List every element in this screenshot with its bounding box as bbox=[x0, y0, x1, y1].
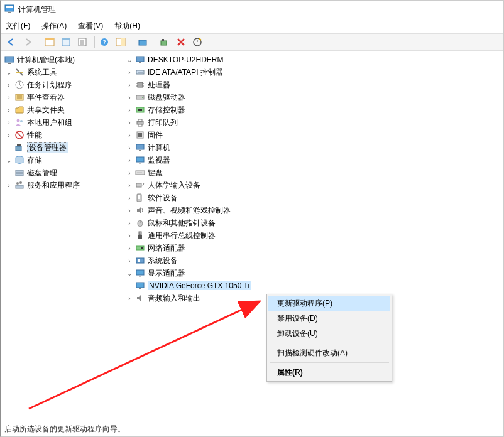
tree-storage-label[interactable]: 存储 bbox=[27, 155, 42, 166]
expand-toggle[interactable]: ⌄ bbox=[4, 68, 13, 77]
task-scheduler-icon bbox=[14, 80, 25, 90]
svg-rect-14 bbox=[121, 38, 125, 46]
expand-toggle[interactable]: › bbox=[125, 181, 134, 190]
expand-toggle[interactable]: › bbox=[125, 231, 134, 240]
device-storagectrl-label[interactable]: 存储控制器 bbox=[148, 105, 185, 116]
device-firmware-label[interactable]: 固件 bbox=[148, 130, 163, 141]
expand-toggle[interactable]: › bbox=[125, 193, 134, 202]
expand-toggle[interactable]: › bbox=[125, 168, 134, 177]
tree-systools-label[interactable]: 系统工具 bbox=[27, 67, 57, 78]
menu-help[interactable]: 帮助(H) bbox=[114, 21, 140, 31]
expand-toggle[interactable]: › bbox=[125, 80, 134, 89]
device-sound-label[interactable]: 声音、视频和游戏控制器 bbox=[148, 205, 231, 216]
properties-button[interactable] bbox=[59, 35, 73, 49]
expand-toggle[interactable]: › bbox=[4, 131, 13, 139]
show-hide-tree-button[interactable] bbox=[43, 35, 57, 49]
expand-toggle[interactable]: › bbox=[125, 206, 134, 215]
expand-toggle[interactable]: › bbox=[125, 118, 134, 127]
expand-toggle[interactable]: › bbox=[125, 131, 134, 139]
device-system-label[interactable]: 系统设备 bbox=[148, 256, 178, 266]
expand-toggle[interactable]: ⌄ bbox=[125, 55, 134, 64]
tree-services-label[interactable]: 服务和应用程序 bbox=[27, 180, 80, 191]
expand-toggle[interactable]: › bbox=[4, 118, 13, 127]
expand-toggle[interactable]: › bbox=[125, 68, 134, 77]
tree-diskmgmt-label[interactable]: 磁盘管理 bbox=[27, 168, 57, 178]
svg-rect-15 bbox=[139, 40, 146, 45]
status-bar: 启动所选设备的更新驱动程序向导。 bbox=[1, 421, 503, 436]
menu-view[interactable]: 查看(V) bbox=[78, 21, 103, 31]
system-tools-icon bbox=[14, 67, 25, 77]
device-hid-label[interactable]: 人体学输入设备 bbox=[148, 180, 200, 191]
expand-toggle[interactable]: › bbox=[125, 156, 134, 165]
export-button[interactable] bbox=[75, 35, 89, 49]
device-software-label[interactable]: 软件设备 bbox=[148, 193, 178, 203]
expand-toggle[interactable]: › bbox=[4, 80, 13, 89]
expand-toggle[interactable]: ⌄ bbox=[4, 156, 13, 165]
console-tree[interactable]: 计算机管理(本地) ⌄ 系统工具 › 任务计划程序 › 事件查看器 bbox=[2, 53, 119, 192]
device-monitors-label[interactable]: 监视器 bbox=[148, 155, 170, 166]
device-ide-label[interactable]: IDE ATA/ATAPI 控制器 bbox=[148, 67, 223, 78]
disable-button[interactable] bbox=[190, 35, 204, 49]
svg-rect-18 bbox=[162, 39, 164, 41]
svg-rect-56 bbox=[138, 119, 142, 121]
tree-tasksched-label[interactable]: 任务计划程序 bbox=[27, 80, 72, 90]
svg-rect-33 bbox=[16, 146, 21, 151]
software-device-icon bbox=[135, 193, 145, 203]
computer-management-window: 计算机管理 文件(F) 操作(A) 查看(V) 帮助(H) ? 计 bbox=[0, 0, 504, 437]
ctx-update-driver[interactable]: 更新驱动程序(P) bbox=[268, 296, 390, 311]
nav-forward-button[interactable] bbox=[21, 35, 35, 49]
update-driver-button[interactable] bbox=[136, 35, 150, 49]
menu-action[interactable]: 操作(A) bbox=[41, 21, 67, 31]
device-audio-label[interactable]: 音频输入和输出 bbox=[148, 293, 200, 304]
uninstall-button[interactable] bbox=[174, 35, 188, 49]
tree-eventviewer-label[interactable]: 事件查看器 bbox=[27, 92, 65, 103]
svg-rect-59 bbox=[138, 133, 142, 137]
scan-hardware-button[interactable] bbox=[158, 35, 172, 49]
expand-toggle[interactable]: › bbox=[125, 244, 134, 252]
svg-line-32 bbox=[16, 132, 23, 138]
device-network-label[interactable]: 网络适配器 bbox=[148, 243, 185, 254]
svg-rect-34 bbox=[17, 144, 19, 146]
expand-toggle[interactable]: › bbox=[125, 143, 134, 152]
menu-file[interactable]: 文件(F) bbox=[6, 21, 30, 31]
device-mouse-label[interactable]: 鼠标和其他指针设备 bbox=[148, 218, 216, 229]
performance-icon bbox=[14, 130, 25, 140]
expand-toggle[interactable]: › bbox=[125, 256, 134, 265]
expand-toggle[interactable]: › bbox=[125, 105, 134, 114]
menu-bar: 文件(F) 操作(A) 查看(V) 帮助(H) bbox=[1, 18, 503, 33]
keyboard-icon bbox=[135, 168, 145, 178]
tree-perf-label[interactable]: 性能 bbox=[27, 130, 42, 141]
device-tree[interactable]: ⌄ DESKTOP-U2HDERM ›IDE ATA/ATAPI 控制器 ›处理… bbox=[121, 51, 503, 307]
expand-toggle[interactable]: › bbox=[125, 294, 134, 303]
expand-toggle[interactable]: › bbox=[125, 218, 134, 227]
svg-rect-6 bbox=[62, 38, 70, 40]
ctx-disable-device[interactable]: 禁用设备(D) bbox=[268, 311, 390, 326]
expand-toggle[interactable]: › bbox=[4, 93, 13, 102]
ctx-scan-hardware[interactable]: 扫描检测硬件改动(A) bbox=[268, 345, 390, 360]
device-keyboards-label[interactable]: 键盘 bbox=[148, 168, 163, 178]
tree-devmgr-label[interactable]: 设备管理器 bbox=[27, 142, 68, 153]
tree-root-label[interactable]: 计算机管理(本地) bbox=[17, 55, 75, 65]
ctx-uninstall-device[interactable]: 卸载设备(U) bbox=[268, 326, 390, 341]
action-pane-button[interactable] bbox=[114, 35, 128, 49]
device-cpu-label[interactable]: 处理器 bbox=[148, 80, 170, 90]
svg-rect-2 bbox=[8, 12, 11, 13]
device-diskdrive-label[interactable]: 磁盘驱动器 bbox=[148, 92, 185, 103]
ctx-properties[interactable]: 属性(R) bbox=[268, 365, 390, 380]
tree-localusers-label[interactable]: 本地用户和组 bbox=[27, 117, 72, 128]
help-button[interactable]: ? bbox=[97, 35, 111, 49]
device-usb-label[interactable]: 通用串行总线控制器 bbox=[148, 230, 216, 241]
device-printq-label[interactable]: 打印队列 bbox=[148, 117, 178, 128]
expand-toggle[interactable]: › bbox=[125, 93, 134, 102]
expand-toggle[interactable]: › bbox=[4, 181, 13, 190]
tree-shared-label[interactable]: 共享文件夹 bbox=[27, 105, 65, 116]
svg-rect-54 bbox=[138, 109, 142, 111]
expand-toggle[interactable]: › bbox=[4, 105, 13, 114]
device-computers-label[interactable]: 计算机 bbox=[148, 143, 170, 153]
device-gpu-label[interactable]: NVIDIA GeForce GTX 1050 Ti bbox=[148, 281, 251, 290]
device-display-label[interactable]: 显示适配器 bbox=[148, 268, 185, 279]
svg-rect-63 bbox=[139, 163, 141, 164]
expand-toggle[interactable]: ⌄ bbox=[125, 269, 134, 278]
nav-back-button[interactable] bbox=[4, 35, 18, 49]
device-computer-label[interactable]: DESKTOP-U2HDERM bbox=[148, 55, 223, 64]
